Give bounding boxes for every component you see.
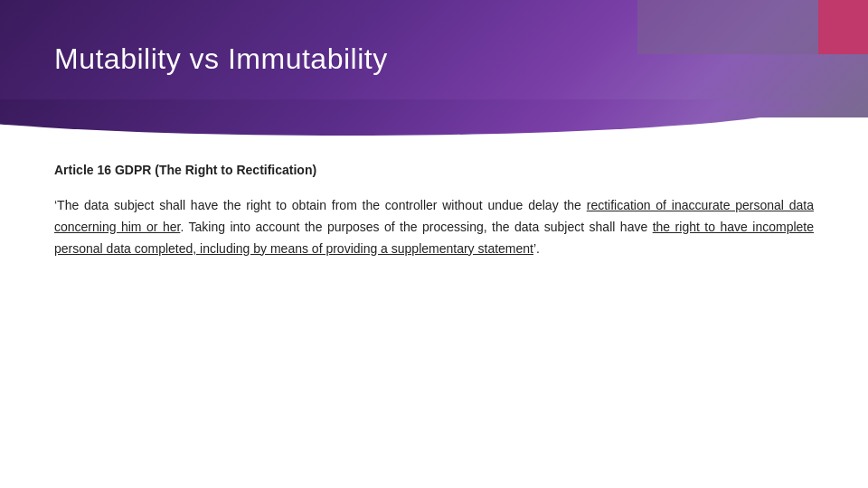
header-banner: Mutability vs Immutability bbox=[0, 0, 868, 117]
accent-bar bbox=[637, 0, 818, 54]
accent-square bbox=[818, 0, 868, 54]
body-part3: ’. bbox=[533, 241, 540, 256]
body-part1: ‘The data subject shall have the right t… bbox=[54, 198, 587, 212]
content-area: Article 16 GDPR (The Right to Rectificat… bbox=[0, 117, 868, 286]
slide: Mutability vs Immutability Article 16 GD… bbox=[0, 0, 868, 488]
article-body: ‘The data subject shall have the right t… bbox=[54, 195, 814, 259]
body-part2: . Taking into account the purposes of th… bbox=[180, 220, 652, 234]
article-heading: Article 16 GDPR (The Right to Rectificat… bbox=[54, 163, 814, 177]
slide-title: Mutability vs Immutability bbox=[54, 42, 388, 76]
